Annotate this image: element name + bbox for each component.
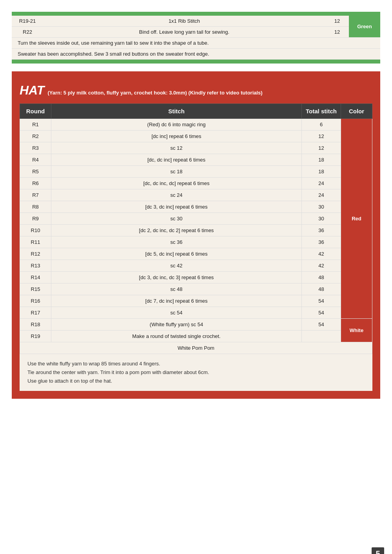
stitch-cell: sc 42 (51, 260, 302, 272)
green-table: R19-21 1x1 Rib Stitch 12 Green R22 Bind … (12, 16, 380, 60)
round-cell: R16 (20, 295, 51, 307)
round-cell: R11 (20, 236, 51, 248)
total-cell (302, 331, 341, 342)
total-cell: 54 (302, 319, 341, 331)
total-cell: 54 (302, 307, 341, 319)
table-row: R16[dc 7, dc inc] repeat 6 times54 (20, 295, 372, 307)
total-cell: 42 (302, 260, 341, 272)
table-row: R19Make a round of twisted single croche… (20, 331, 372, 342)
total-cell: 30 (302, 201, 341, 213)
table-row: R13sc 4242 (20, 260, 372, 272)
note-cell: Sweater has been accomplished. Sew 3 sma… (12, 49, 380, 60)
page-number: 5 (372, 547, 384, 554)
round-cell: R10 (20, 225, 51, 236)
color-cell: White (341, 319, 372, 342)
stitch-cell: sc 24 (51, 189, 302, 201)
stitch-cell: sc 30 (51, 213, 302, 225)
hat-word: HAT (20, 83, 44, 97)
table-row: R5sc 1818 (20, 166, 372, 178)
stitch-header: Stitch (51, 104, 302, 119)
total-cell: 36 (302, 236, 341, 248)
round-cell: R15 (20, 283, 51, 295)
table-row: R10[dc 2, dc inc, dc 2] repeat 6 times36 (20, 225, 372, 236)
total-cell: 30 (302, 213, 341, 225)
stitch-cell: [dc 3, dc inc] repeat 6 times (51, 201, 302, 213)
hat-subtitle: (Yarn: 5 ply milk cotton, fluffy yarn, c… (47, 90, 262, 96)
page-wrapper: R19-21 1x1 Rib Stitch 12 Green R22 Bind … (0, 12, 392, 554)
total-header: Total stitch (302, 104, 341, 119)
round-cell: R22 (12, 27, 43, 38)
table-row: R12[dc 5, dc inc] repeat 6 times42 (20, 248, 372, 260)
round-cell: R18 (20, 319, 51, 331)
stitch-cell: [dc, dc inc] repeat 6 times (51, 154, 302, 166)
stitch-cell: sc 12 (51, 142, 302, 154)
round-cell: R6 (20, 178, 51, 189)
stitch-cell: [dc 5, dc inc] repeat 6 times (51, 248, 302, 260)
table-header-row: Round Stitch Total stitch Color (20, 104, 372, 119)
round-cell: R7 (20, 189, 51, 201)
stitch-cell: (White fluffy yarn) sc 54 (51, 319, 302, 331)
table-row: R11sc 3636 (20, 236, 372, 248)
green-section: R19-21 1x1 Rib Stitch 12 Green R22 Bind … (12, 12, 380, 64)
note-cell: Turn the sleeves inside out, use remaini… (12, 38, 380, 49)
stitch-cell: sc 18 (51, 166, 302, 178)
stitch-cell: 1x1 Rib Stitch (43, 16, 325, 27)
table-row: R8[dc 3, dc inc] repeat 6 times30 (20, 201, 372, 213)
hat-title: HAT(Yarn: 5 ply milk cotton, fluffy yarn… (12, 79, 380, 104)
round-cell: R5 (20, 166, 51, 178)
color-cell: Red (341, 119, 372, 319)
round-cell: R13 (20, 260, 51, 272)
note-row: Sweater has been accomplished. Sew 3 sma… (12, 49, 380, 60)
total-cell: 18 (302, 154, 341, 166)
table-row: R18(White fluffy yarn) sc 5454White (20, 319, 372, 331)
stitch-cell: [dc 3, dc inc, dc 3] repeat 6 times (51, 272, 302, 283)
total-cell: 18 (302, 166, 341, 178)
stitch-cell: sc 36 (51, 236, 302, 248)
total-cell: 12 (325, 16, 349, 27)
total-cell: 24 (302, 178, 341, 189)
pom-row: White Pom Pom (20, 342, 372, 354)
round-cell: R2 (20, 131, 51, 142)
round-cell: R9 (20, 213, 51, 225)
stitch-cell: sc 48 (51, 283, 302, 295)
stitch-cell: Make a round of twisted single crochet. (51, 331, 302, 342)
hat-note-line: Use the white fluffy yarn to wrap 85 tim… (27, 360, 365, 368)
table-row: R3sc 1212 (20, 142, 372, 154)
hat-note-line: Tie around the center with yarn. Trim it… (27, 368, 365, 377)
color-cell: Green (349, 16, 380, 38)
table-row: R7sc 2424 (20, 189, 372, 201)
stitch-cell: (Red) dc 6 into magic ring (51, 119, 302, 131)
stitch-cell: sc 54 (51, 307, 302, 319)
table-row: R14[dc 3, dc inc, dc 3] repeat 6 times48 (20, 272, 372, 283)
table-row: R15sc 4848 (20, 283, 372, 295)
total-cell: 24 (302, 189, 341, 201)
table-row: R2[dc inc] repeat 6 times12 (20, 131, 372, 142)
round-cell: R14 (20, 272, 51, 283)
stitch-cell: Bind off. Leave long yarn tail for sewin… (43, 27, 325, 38)
hat-table: Round Stitch Total stitch Color R1(Red) … (20, 104, 372, 354)
total-cell: 36 (302, 225, 341, 236)
note-row: Turn the sleeves inside out, use remaini… (12, 38, 380, 49)
table-row: R22 Bind off. Leave long yarn tail for s… (12, 27, 380, 38)
total-cell: 6 (302, 119, 341, 131)
round-header: Round (20, 104, 51, 119)
table-row: R6[dc, dc inc, dc] repeat 6 times24 (20, 178, 372, 189)
stitch-cell: [dc, dc inc, dc] repeat 6 times (51, 178, 302, 189)
table-row: R19-21 1x1 Rib Stitch 12 Green (12, 16, 380, 27)
round-cell: R19 (20, 331, 51, 342)
table-row: R9sc 3030 (20, 213, 372, 225)
total-cell: 12 (302, 131, 341, 142)
round-cell: R19-21 (12, 16, 43, 27)
round-cell: R17 (20, 307, 51, 319)
total-cell: 42 (302, 248, 341, 260)
pom-cell: White Pom Pom (20, 342, 372, 354)
table-row: R1(Red) dc 6 into magic ring6Red (20, 119, 372, 131)
table-row: R17sc 5454 (20, 307, 372, 319)
color-header: Color (341, 104, 372, 119)
total-cell: 12 (302, 142, 341, 154)
stitch-cell: [dc 7, dc inc] repeat 6 times (51, 295, 302, 307)
round-cell: R4 (20, 154, 51, 166)
round-cell: R8 (20, 201, 51, 213)
round-cell: R12 (20, 248, 51, 260)
total-cell: 12 (325, 27, 349, 38)
